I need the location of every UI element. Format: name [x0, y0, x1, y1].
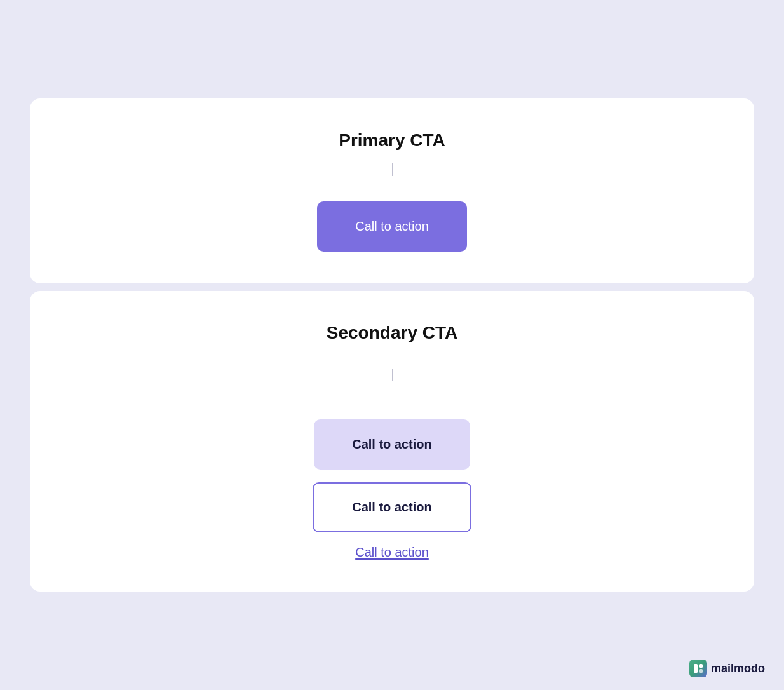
mailmodo-icon [689, 660, 707, 677]
divider-tick-2 [392, 369, 393, 381]
primary-cta-title: Primary CTA [339, 130, 445, 151]
secondary-cta-card: Secondary CTA Call to action Call to act… [30, 291, 754, 592]
secondary-cta-filled-button[interactable]: Call to action [314, 419, 470, 470]
mailmodo-brand-name: mailmodo [711, 662, 765, 675]
divider-tick [392, 163, 393, 176]
primary-divider [55, 163, 729, 176]
svg-rect-2 [699, 669, 703, 673]
secondary-cta-title: Secondary CTA [327, 323, 457, 343]
svg-rect-1 [699, 664, 703, 668]
svg-rect-0 [694, 664, 698, 673]
primary-cta-card: Primary CTA Call to action [30, 98, 754, 283]
secondary-cta-outline-button[interactable]: Call to action [313, 482, 471, 532]
page-wrapper: Primary CTA Call to action Secondary CTA… [30, 98, 754, 592]
secondary-cta-link-button[interactable]: Call to action [355, 545, 429, 560]
secondary-divider [55, 369, 729, 381]
primary-cta-button[interactable]: Call to action [317, 201, 467, 252]
footer: mailmodo [689, 660, 765, 677]
mailmodo-logo: mailmodo [689, 660, 765, 677]
